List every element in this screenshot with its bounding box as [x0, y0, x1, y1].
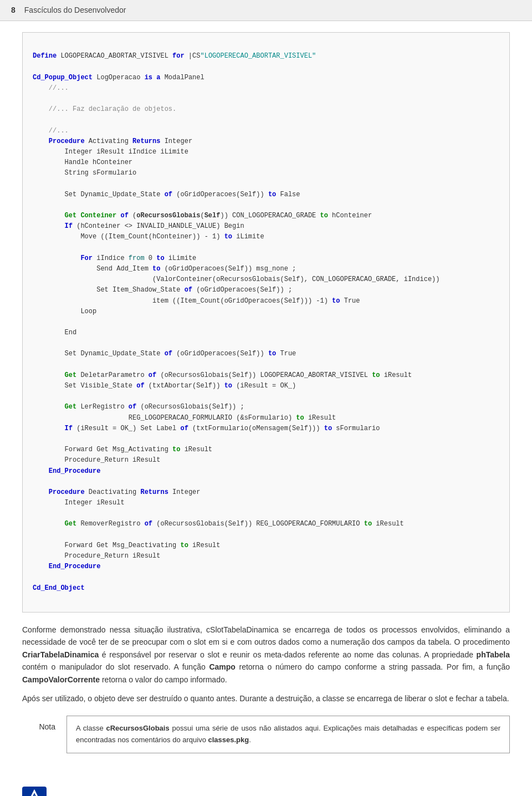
note-file: classes.pkg: [208, 736, 249, 744]
p1-text-2: é responsável por reservar o slot e reun…: [99, 650, 476, 659]
p1-text-5: retorna o valor do campo informado.: [100, 675, 227, 684]
note-text-3: .: [249, 736, 251, 744]
p1-text-4: retorna o número do campo conforme a str…: [236, 662, 510, 671]
p1-campo-valor-corrente: CampoValorCorrente: [22, 675, 100, 684]
p1-text-3: contém o manipulador do slot reservado. …: [22, 662, 209, 671]
paragraph-1: Conforme demonstrado nessa situação ilus…: [22, 624, 510, 686]
note-box: A classe cRecursosGlobais possui uma sér…: [66, 716, 510, 753]
header-title: Fascículos do Desenvolvedor: [24, 4, 126, 16]
footer-logo: [22, 787, 47, 796]
text-content: Conforme demonstrado nessa situação ilus…: [22, 624, 510, 705]
header-bar: 8 Fascículos do Desenvolvedor: [0, 0, 532, 21]
p2-text: Após ser utilizado, o objeto deve ser de…: [22, 694, 509, 703]
note-text-1: A classe: [76, 724, 106, 732]
paragraph-2: Após ser utilizado, o objeto deve ser de…: [22, 692, 510, 705]
p1-ph-tabela: phTabela: [477, 650, 510, 659]
p1-campo: Campo: [209, 662, 235, 671]
note-label: Nota: [22, 716, 55, 733]
note-highlight: cRecursosGlobais: [106, 724, 170, 732]
note-section: Nota A classe cRecursosGlobais possui um…: [22, 716, 510, 753]
code-block: Define LOGOPERACAO_ABORTAR_VISIVEL for |…: [22, 32, 510, 613]
logo-icon: [22, 787, 47, 796]
p1-criar-tabela: CriarTabelaDinamica: [22, 650, 99, 659]
page-number: 8: [11, 4, 16, 16]
p1-text-1: Conforme demonstrado nessa situação ilus…: [22, 625, 510, 646]
page-container: 8 Fascículos do Desenvolvedor Define LOG…: [0, 0, 532, 796]
footer: [0, 775, 532, 796]
